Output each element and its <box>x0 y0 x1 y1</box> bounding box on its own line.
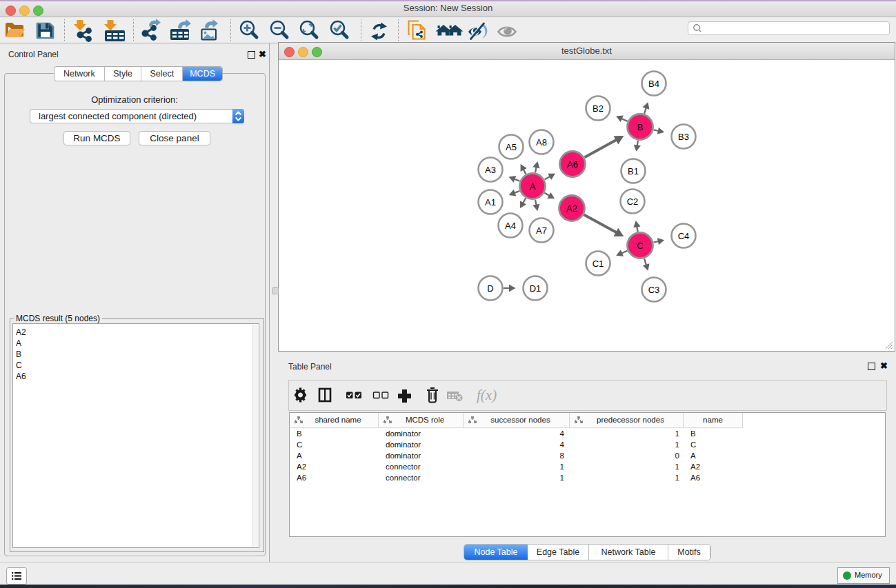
svg-text:C2: C2 <box>627 196 639 207</box>
svg-text:D1: D1 <box>530 283 541 294</box>
svg-text:A1: A1 <box>485 197 496 207</box>
svg-text:C3: C3 <box>648 285 660 295</box>
svg-text:A3: A3 <box>485 165 496 175</box>
svg-text:B4: B4 <box>648 79 659 89</box>
svg-text:B3: B3 <box>678 132 689 142</box>
svg-text:D: D <box>487 283 493 294</box>
svg-text:A2: A2 <box>566 203 577 214</box>
svg-text:A: A <box>530 181 536 192</box>
svg-text:f(x): f(x) <box>477 387 497 403</box>
svg-text:A4: A4 <box>505 221 516 231</box>
svg-text:B: B <box>637 122 644 132</box>
svg-text:B1: B1 <box>628 166 639 176</box>
svg-text:B2: B2 <box>593 103 604 114</box>
svg-text:A7: A7 <box>536 225 547 236</box>
svg-text:C4: C4 <box>678 231 690 241</box>
svg-text:A6: A6 <box>567 159 578 170</box>
svg-text:A5: A5 <box>506 142 517 152</box>
svg-text:C: C <box>637 241 643 251</box>
svg-text:A8: A8 <box>536 137 547 148</box>
svg-text:C1: C1 <box>593 258 604 269</box>
